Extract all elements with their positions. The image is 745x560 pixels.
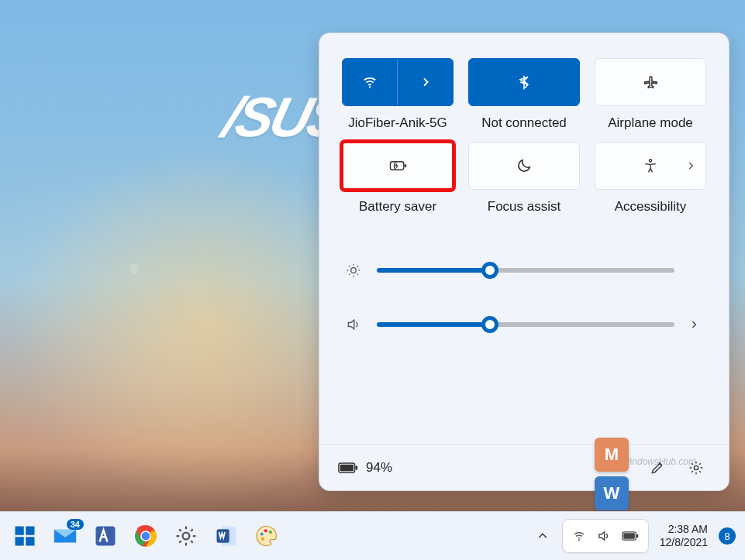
battery-percent-text: 94%	[366, 460, 392, 476]
taskbar-clock[interactable]: 2:38 AM 12/8/2021	[660, 523, 708, 550]
svg-rect-27	[636, 534, 638, 538]
svg-rect-6	[340, 464, 354, 471]
focus-assist-label: Focus assist	[488, 199, 560, 215]
volume-expand-button[interactable]	[688, 319, 702, 330]
settings-app[interactable]	[167, 517, 205, 555]
sliders-section	[319, 221, 729, 368]
svg-point-16	[142, 532, 150, 541]
wifi-tile[interactable]	[342, 58, 454, 106]
wifi-icon	[361, 74, 378, 91]
svg-point-22	[269, 531, 272, 534]
speaker-icon	[346, 317, 363, 332]
taskbar: 34	[0, 511, 745, 560]
svg-point-21	[264, 529, 267, 532]
accessibility-label: Accessibility	[615, 199, 687, 215]
moon-icon	[516, 157, 533, 174]
start-button[interactable]	[6, 517, 43, 555]
chrome-icon	[134, 524, 157, 548]
accessibility-icon	[643, 158, 658, 173]
notification-count: 8	[724, 531, 729, 542]
bluetooth-tile[interactable]	[468, 58, 580, 106]
quick-settings-panel: JioFiber-Anik-5G Not connected Airplane …	[319, 33, 729, 491]
brightness-slider-thumb[interactable]	[481, 262, 498, 279]
battery-icon	[338, 462, 358, 474]
bluetooth-label: Not connected	[481, 115, 567, 131]
wifi-tray-icon	[572, 529, 586, 543]
svg-point-4	[351, 268, 357, 273]
app-icon	[94, 524, 117, 548]
watermark-w: W	[595, 476, 629, 510]
quick-settings-grid: JioFiber-Anik-5G Not connected Airplane …	[319, 33, 729, 221]
mail-badge: 34	[67, 519, 84, 530]
svg-rect-12	[26, 537, 34, 545]
taskbar-date: 12/8/2021	[660, 536, 708, 550]
brightness-icon	[346, 263, 363, 278]
chrome-app[interactable]	[127, 517, 164, 555]
svg-point-3	[649, 160, 651, 162]
battery-saver-tile[interactable]	[342, 142, 454, 190]
app-shortcut-1[interactable]	[87, 517, 124, 555]
watermark-logo: M W	[595, 438, 629, 515]
battery-saver-label: Battery saver	[359, 199, 436, 215]
wifi-expand-button[interactable]	[398, 59, 453, 105]
brightness-slider[interactable]	[377, 268, 674, 273]
paint-app[interactable]	[248, 517, 285, 555]
svg-rect-26	[623, 533, 635, 538]
wifi-label: JioFiber-Anik-5G	[348, 115, 447, 131]
speaker-tray-icon	[597, 529, 611, 543]
volume-row	[346, 306, 702, 343]
svg-point-0	[369, 86, 371, 88]
battery-tray-icon	[622, 531, 639, 541]
airplane-icon	[642, 74, 659, 91]
svg-point-23	[261, 538, 264, 541]
svg-point-20	[260, 533, 264, 536]
chevron-right-icon	[419, 76, 432, 88]
svg-rect-11	[16, 537, 24, 545]
taskbar-time: 2:38 AM	[660, 523, 708, 537]
brightness-row	[346, 252, 702, 289]
word-icon	[215, 524, 238, 548]
chevron-right-icon	[685, 160, 696, 171]
bluetooth-icon	[516, 74, 532, 90]
chevron-up-icon	[536, 530, 549, 542]
notification-center-button[interactable]: 8	[719, 527, 736, 545]
accessibility-tile[interactable]	[595, 142, 706, 190]
wifi-toggle[interactable]	[343, 59, 398, 105]
svg-rect-9	[16, 527, 24, 535]
paint-icon	[255, 524, 278, 548]
focus-assist-tile[interactable]	[468, 142, 580, 190]
volume-slider-thumb[interactable]	[481, 316, 498, 333]
taskbar-right: 2:38 AM 12/8/2021 8	[529, 517, 739, 555]
svg-rect-10	[26, 527, 34, 535]
airplane-mode-label: Airplane mode	[608, 115, 693, 131]
windows-icon	[13, 524, 36, 548]
svg-point-24	[578, 539, 580, 541]
svg-rect-2	[405, 164, 407, 167]
battery-status[interactable]: 94%	[338, 460, 392, 476]
word-app[interactable]	[208, 517, 245, 555]
taskbar-pinned-apps: 34	[6, 517, 285, 555]
mail-app[interactable]: 34	[47, 517, 84, 555]
volume-slider[interactable]	[377, 322, 674, 327]
gear-icon	[174, 524, 198, 548]
airplane-mode-tile[interactable]	[595, 58, 706, 106]
quick-settings-footer: 94%	[319, 444, 729, 490]
system-tray[interactable]	[562, 519, 649, 553]
watermark-m: M	[595, 438, 629, 472]
show-hidden-icons[interactable]	[529, 517, 556, 555]
svg-rect-7	[356, 466, 358, 469]
battery-saver-icon	[388, 158, 408, 173]
svg-point-17	[183, 533, 190, 540]
